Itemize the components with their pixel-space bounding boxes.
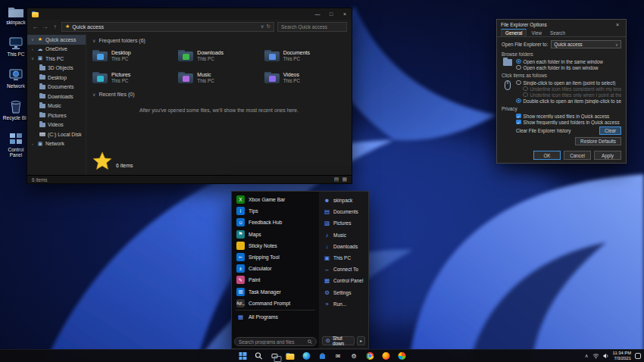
place-item-downloads[interactable]: ↓ Downloads: [321, 241, 366, 252]
radio-own-window[interactable]: Open each folder in its own window: [516, 64, 621, 70]
folder-tile-music[interactable]: MusicThis PC: [178, 68, 259, 86]
radio-double-click[interactable]: Double-click to open an item (single-cli…: [516, 98, 621, 104]
start-search-input[interactable]: [239, 339, 305, 345]
recent-files-header[interactable]: ∨ Recent files (0): [92, 92, 345, 97]
taskbar-chrome[interactable]: [366, 352, 374, 360]
shutdown-options-arrow[interactable]: ▸: [357, 336, 365, 345]
tab-general[interactable]: General: [501, 29, 527, 36]
place-item-settings[interactable]: ⚙ Settings: [321, 287, 366, 298]
sidebar-item-network[interactable]: › ▣ Network: [27, 139, 86, 149]
open-to-dropdown[interactable]: Quick access ∨: [551, 40, 621, 48]
app-item-task-manager[interactable]: ▥ Task Manager: [234, 286, 317, 298]
radio-icon[interactable]: [516, 98, 521, 104]
sidebar-item-music[interactable]: Music: [27, 101, 86, 111]
ok-button[interactable]: OK: [533, 151, 561, 160]
tab-view[interactable]: View: [527, 30, 546, 36]
radio-underline-point[interactable]: Underline icon titles only when I point …: [516, 92, 621, 98]
all-programs-item[interactable]: ▦ All Programs: [234, 311, 317, 323]
sidebar-item-local-disk-c[interactable]: (C:) Local Disk: [27, 130, 86, 139]
taskbar-edge[interactable]: [302, 352, 311, 360]
app-item-feedback-hub[interactable]: ☺ Feedback Hub: [234, 217, 317, 228]
radio-icon[interactable]: [516, 80, 521, 86]
address-bar[interactable]: ★ Quick access ∨ ↻: [61, 22, 274, 32]
chevron-down-icon[interactable]: ∨: [30, 37, 35, 42]
place-item-pictures[interactable]: ▨ Pictures: [321, 217, 366, 229]
checkbox-icon[interactable]: ✓: [516, 120, 521, 125]
folder-tile-pictures[interactable]: PicturesThis PC: [92, 68, 174, 86]
taskbar-search-button[interactable]: [255, 352, 263, 360]
place-item-skinpack[interactable]: ☻ skinpack: [321, 195, 366, 206]
clear-button[interactable]: Clear: [599, 126, 621, 135]
checkbox-icon[interactable]: ✓: [516, 114, 521, 119]
place-item-music[interactable]: ♪ Music: [321, 229, 366, 241]
checkbox-recent-files[interactable]: ✓ Show recently used files in Quick acce…: [516, 113, 621, 119]
start-button[interactable]: [239, 352, 247, 360]
taskbar-settings[interactable]: ⚙: [350, 352, 358, 360]
volume-icon[interactable]: [603, 353, 609, 359]
start-search-box[interactable]: [234, 337, 317, 346]
folder-tile-downloads[interactable]: DownloadsThis PC: [178, 46, 259, 64]
maximize-button[interactable]: □: [324, 8, 338, 20]
taskbar-file-explorer[interactable]: [286, 352, 295, 360]
app-item-tips[interactable]: i Tips: [234, 205, 317, 217]
place-item-connect-to[interactable]: ↔ Connect To: [321, 264, 366, 275]
refresh-icon[interactable]: ↻: [267, 23, 270, 30]
radio-underline-browser[interactable]: Underline icon titles consistent with my…: [516, 86, 621, 92]
sidebar-item-this-pc[interactable]: ∨ ▣ This PC: [27, 54, 86, 64]
app-item-snipping-tool[interactable]: ✂ Snipping Tool: [234, 251, 317, 263]
radio-icon[interactable]: [516, 59, 521, 64]
folder-tile-documents[interactable]: DocumentsThis PC: [264, 46, 345, 64]
cancel-button[interactable]: Cancel: [564, 151, 591, 160]
sidebar-item-desktop[interactable]: Desktop: [27, 73, 86, 83]
tray-overflow-chevron-icon[interactable]: ∧: [585, 353, 589, 359]
taskbar-store[interactable]: [318, 352, 327, 360]
list-view-icon[interactable]: ▤: [334, 176, 339, 183]
radio-icon[interactable]: [523, 86, 528, 92]
sidebar-item-videos[interactable]: Videos: [27, 120, 86, 130]
sidebar-item-onedrive[interactable]: › ☁ OneDrive: [27, 45, 86, 55]
app-item-paint[interactable]: ✎ Paint: [234, 274, 317, 286]
taskbar-mail[interactable]: ✉: [334, 352, 342, 360]
explorer-search-input[interactable]: [281, 24, 343, 30]
radio-single-click[interactable]: Single-click to open an item (point to s…: [516, 80, 621, 86]
forward-icon[interactable]: →: [42, 23, 48, 30]
place-item-documents[interactable]: ▤ Documents: [321, 206, 366, 217]
shutdown-button[interactable]: ⊙ Shut down: [322, 336, 355, 345]
sidebar-item-downloads[interactable]: Downloads: [27, 92, 86, 101]
frequent-folders-header[interactable]: ∨ Frequent folders (6): [92, 38, 345, 43]
dialog-close-icon[interactable]: ×: [613, 22, 622, 27]
app-item-calculator[interactable]: ± Calculator: [234, 263, 317, 274]
chevron-down-icon[interactable]: ∨: [30, 56, 35, 61]
chevron-right-icon[interactable]: ›: [30, 47, 35, 51]
taskbar-clock[interactable]: 11:34 PM 7/3/2021: [613, 351, 631, 360]
explorer-search-box[interactable]: [277, 22, 347, 32]
address-dropdown-icon[interactable]: ∨: [261, 23, 264, 30]
checkbox-frequent-folders[interactable]: ✓ Show frequently used folders in Quick …: [516, 119, 621, 125]
grid-view-icon[interactable]: ▦: [342, 176, 347, 183]
apply-button[interactable]: Apply: [594, 151, 621, 160]
tab-search[interactable]: Search: [546, 30, 569, 36]
taskbar-firefox[interactable]: [382, 352, 390, 360]
wifi-icon[interactable]: [592, 353, 599, 359]
notification-center-icon[interactable]: [635, 353, 641, 359]
folder-tile-desktop[interactable]: DesktopThis PC: [92, 46, 174, 64]
sidebar-item-documents[interactable]: Documents: [27, 83, 86, 92]
place-item-this-pc[interactable]: ▣ This PC: [321, 252, 366, 264]
app-item-command-prompt[interactable]: &gt;_ Command Prompt: [234, 298, 317, 309]
app-item-maps[interactable]: ⚑ Maps: [234, 229, 317, 240]
chevron-right-icon[interactable]: ›: [30, 142, 35, 146]
sidebar-item-pictures[interactable]: Pictures: [27, 111, 86, 120]
app-item-xbox-game-bar[interactable]: X Xbox Game Bar: [234, 194, 317, 205]
sidebar-item-3d-objects[interactable]: 3D Objects: [27, 64, 86, 73]
minimize-button[interactable]: —: [311, 8, 324, 20]
sidebar-item-quick-access[interactable]: ∨ ★ Quick access: [27, 35, 86, 45]
back-icon[interactable]: ←: [32, 23, 39, 30]
radio-same-window[interactable]: Open each folder in the same window: [516, 58, 621, 64]
app-item-sticky-notes[interactable]: Sticky Notes: [234, 240, 317, 251]
restore-defaults-button[interactable]: Restore Defaults: [575, 137, 621, 145]
up-icon[interactable]: ↑: [52, 23, 58, 30]
folder-tile-videos[interactable]: VideosThis PC: [264, 68, 345, 86]
taskbar-photos[interactable]: [398, 352, 406, 360]
place-item-run[interactable]: » Run...: [321, 298, 366, 310]
radio-icon[interactable]: [523, 92, 528, 98]
